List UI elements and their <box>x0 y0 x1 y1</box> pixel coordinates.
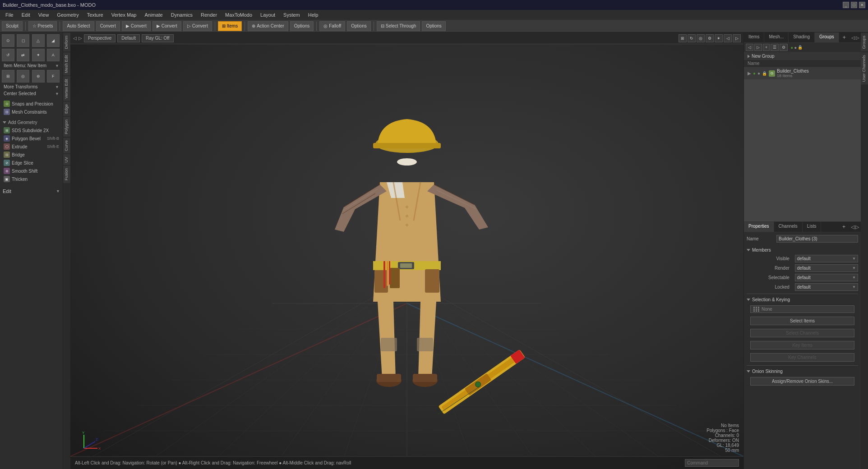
menu-vertex-map[interactable]: Vertex Map <box>108 11 140 18</box>
polygon-bevel[interactable]: ◈ Polygon Bevel Shift-B <box>1 134 62 143</box>
fusion-tab[interactable]: Fusion <box>63 165 70 183</box>
center-selected[interactable]: Center Selected ▼ <box>1 90 62 97</box>
options1-button[interactable]: Options <box>290 21 314 31</box>
selectable-dropdown[interactable]: default ▼ <box>795 274 858 281</box>
rp-settings-btn[interactable]: ⚙ <box>780 44 788 51</box>
props-tab-lists[interactable]: Lists <box>803 222 822 232</box>
rp-icon-resize-1[interactable]: ◁ <box>851 35 855 40</box>
sculpt-button[interactable]: Sculpt <box>2 21 23 31</box>
edge-slice[interactable]: ⊘ Edge Slice <box>1 159 62 167</box>
rp-visible-icon[interactable]: ● <box>790 45 793 50</box>
action-center-button[interactable]: ⊕ Action Center <box>248 21 288 31</box>
vertex-edit-tab[interactable]: Vertex Edit <box>63 76 70 101</box>
assign-onion-button[interactable]: Assign/Remove Onion Skins... <box>750 377 854 386</box>
convert3-button[interactable]: ▶ Convert <box>152 21 181 31</box>
presets-button[interactable]: ☆ Presets <box>28 21 57 31</box>
tool-tri[interactable]: △ <box>32 34 45 47</box>
tab-plus[interactable]: + <box>839 32 850 42</box>
extrude[interactable]: ⬡ Extrude Shift-E <box>1 143 62 151</box>
edge-tab[interactable]: Edge <box>63 101 70 116</box>
rp-add-btn[interactable]: + <box>763 44 770 51</box>
auto-select-button[interactable]: Auto Select <box>63 21 94 31</box>
rp-render-icon[interactable]: ● <box>794 45 797 50</box>
vp-icon-3[interactable]: ◎ <box>697 34 705 42</box>
menu-render[interactable]: Render <box>197 11 221 18</box>
convert1-button[interactable]: Convert <box>96 21 120 31</box>
menu-maxtomodo[interactable]: MaxToModo <box>222 11 256 18</box>
far-strip-groups[interactable]: Groups <box>861 32 868 52</box>
tool-rotate[interactable]: ↺ <box>2 49 14 61</box>
selection-keying-header[interactable]: Selection & Keying <box>747 296 858 303</box>
thicken[interactable]: ▣ Thicken <box>1 175 62 183</box>
vp-icon-4[interactable]: ⚙ <box>706 34 714 42</box>
menu-file[interactable]: File <box>2 11 17 18</box>
group-item-builder-clothes[interactable]: ▶ ● ● 🔒 G Builder_Clothes 18 Items <box>744 67 861 79</box>
perspective-button[interactable]: Perspective <box>84 34 115 42</box>
select-items-button[interactable]: Select Items <box>750 317 854 325</box>
name-input[interactable] <box>776 235 858 243</box>
locked-dropdown[interactable]: default ▼ <box>795 283 858 291</box>
tool-target[interactable]: ◎ <box>17 70 29 83</box>
snaps-precision[interactable]: ⊙ Snaps and Precision <box>1 100 62 108</box>
new-group-header[interactable]: New Group <box>744 52 861 60</box>
menu-texture[interactable]: Texture <box>83 11 107 18</box>
tab-groups[interactable]: Groups <box>815 32 839 42</box>
menu-geometry[interactable]: Geometry <box>53 11 82 18</box>
menu-view[interactable]: View <box>35 11 53 18</box>
props-tab-properties[interactable]: Properties <box>744 222 774 232</box>
tab-shading[interactable]: Shading <box>789 32 815 42</box>
menu-dynamics[interactable]: Dynamics <box>167 11 196 18</box>
members-section-header[interactable]: Members <box>747 246 858 254</box>
curve-tab[interactable]: Curve <box>63 137 70 154</box>
vp-icon-6[interactable]: ◁ <box>724 34 732 42</box>
rp-back-btn[interactable]: ◁ <box>746 44 753 51</box>
rp-lock-icon[interactable]: 🔒 <box>798 45 803 50</box>
add-geometry-header[interactable]: Add Geometry <box>1 119 62 126</box>
mesh-edit-tab[interactable]: Mesh Edit <box>63 52 70 76</box>
group-render-dot[interactable]: ● <box>757 71 760 76</box>
more-transforms[interactable]: More Transforms ▼ <box>1 83 62 90</box>
sds-subdivide[interactable]: ⊞ SDS Subdivide 2X <box>1 126 62 134</box>
menu-layout[interactable]: Layout <box>257 11 279 18</box>
options2-button[interactable]: Options <box>347 21 370 31</box>
tool-settings2[interactable]: ⊛ <box>32 70 45 83</box>
far-strip-user-channels[interactable]: User Channels <box>861 52 868 85</box>
select-through-button[interactable]: ⊟ Select Through <box>377 21 420 31</box>
menu-animate[interactable]: Animate <box>141 11 166 18</box>
props-icon-2[interactable]: ▷ <box>855 224 859 230</box>
options3-button[interactable]: Options <box>422 21 445 31</box>
maximize-button[interactable]: □ <box>851 2 857 8</box>
item-menu-dropdown[interactable]: Item Menu: New Item ▼ <box>1 62 62 69</box>
group-lock-icon[interactable]: 🔒 <box>762 71 767 76</box>
tool-rect[interactable]: ◻ <box>17 34 29 47</box>
onion-skinning-header[interactable]: Onion Skinning <box>747 368 858 375</box>
props-tab-channels[interactable]: Channels <box>774 222 803 232</box>
rp-menu-btn[interactable]: ☰ <box>771 44 779 51</box>
group-visible-dot[interactable]: ● <box>753 71 756 76</box>
minimize-button[interactable]: _ <box>843 2 849 8</box>
default-button[interactable]: Default <box>117 34 140 42</box>
vp-icon-1[interactable]: ⊞ <box>679 34 687 42</box>
viewport-canvas[interactable]: X Y Z No Items Polygons : Face Channels:… <box>70 44 743 469</box>
tool-grid-add[interactable]: ⊞ <box>2 70 14 83</box>
viewport-arrow-right[interactable]: ▷ <box>78 36 82 41</box>
tab-mesh[interactable]: Mesh... <box>764 32 789 42</box>
items-button[interactable]: ⊞ Items <box>218 21 242 31</box>
key-items-button[interactable]: Key Items <box>750 341 854 349</box>
convert2-button[interactable]: ▶ Convert <box>122 21 151 31</box>
props-tab-plus[interactable]: + <box>839 222 849 232</box>
close-button[interactable]: ✕ <box>859 2 865 8</box>
viewport-3d[interactable]: ◁ ▷ Perspective Default Ray GL: Off ⊞ ↻ … <box>70 32 743 469</box>
tool-text[interactable]: A <box>47 49 60 61</box>
mesh-constraints[interactable]: ⊟ Mesh Constraints <box>1 108 62 116</box>
edit-dropdown[interactable]: Edit ▼ <box>1 188 62 195</box>
tool-func[interactable]: F <box>47 70 60 83</box>
uv-tab[interactable]: UV <box>63 154 70 166</box>
vp-icon-7[interactable]: ▷ <box>733 34 741 42</box>
tab-items[interactable]: Items <box>744 32 764 42</box>
menu-system[interactable]: System <box>280 11 304 18</box>
deform-tab[interactable]: Deform <box>63 32 70 52</box>
select-channels-button[interactable]: Select Channels <box>750 329 854 337</box>
command-input[interactable] <box>685 459 739 467</box>
render-dropdown[interactable]: default ▼ <box>795 264 858 272</box>
